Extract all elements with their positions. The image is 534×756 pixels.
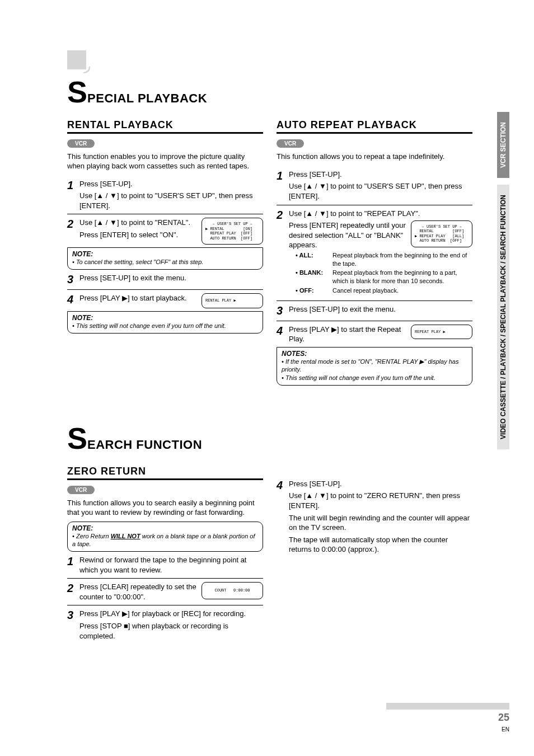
note-box: NOTE: • To cancel the setting, select "O…	[67, 247, 263, 270]
page-corner-icon	[67, 50, 86, 69]
step-number: 3	[67, 273, 79, 286]
step-text: Press [SET-UP].	[289, 479, 472, 489]
note-body: • If the rental mode is set to "ON", "RE…	[282, 358, 467, 374]
step-3: 3 Press [SET-UP] to exit the menu.	[67, 270, 263, 290]
step-text: The unit will begin rewinding and the co…	[289, 513, 472, 533]
chapter-rest: EARCH FUNCTION	[87, 438, 202, 452]
note-text: • Zero Return	[72, 533, 111, 539]
section-intro: This function allows you to repeat a tap…	[277, 152, 472, 162]
chapter-title-special-playback: S PECIAL PLAYBACK	[67, 78, 509, 106]
step-number: 2	[67, 218, 79, 231]
step-number: 4	[67, 293, 79, 306]
osd-screen: – USER'S SET UP – ▶ RENTAL [ON] REPEAT P…	[202, 218, 263, 245]
option-label: • BLANK:	[296, 269, 330, 285]
note-body: • Zero Return WILL NOT work on a blank t…	[72, 532, 258, 548]
step-4: 4 Press [SET-UP]. Use [▲ / ▼] to point t…	[277, 476, 472, 558]
step-text: Press [PLAY ▶] to start the Repeat Play.	[289, 325, 406, 344]
side-tab-breadcrumb: VIDEO CASSETTE / PLAYBACK / SPECIAL PLAY…	[497, 185, 509, 449]
step-text: Press [STOP ■] when playback or recordin…	[79, 621, 263, 641]
step-number: 3	[67, 609, 79, 622]
page-footer: 25 EN	[386, 702, 509, 734]
option-desc: Repeat playback from the beginning to a …	[332, 269, 472, 285]
osd-screen: RENTAL PLAY ▶	[202, 293, 263, 308]
osd-screen: – USER'S SET UP – RENTAL [OFF] ▶ REPEAT …	[411, 220, 472, 247]
step-4: 4 Press [PLAY ▶] to start the Repeat Pla…	[277, 321, 472, 348]
step-text: Press [SET-UP] to exit the menu.	[289, 304, 472, 314]
note-body: • To cancel the setting, select "OFF" at…	[72, 258, 258, 266]
step-text: The tape will automatically stop when th…	[289, 535, 472, 555]
step-number: 1	[277, 170, 289, 182]
section-auto-repeat-playback: AUTO REPEAT PLAYBACK VCR This function a…	[277, 114, 472, 386]
step-number: 2	[277, 209, 289, 222]
step-1: 1 Press [SET-UP]. Use [▲ / ▼] to point t…	[277, 166, 472, 205]
note-text-underline: WILL NOT	[111, 533, 140, 539]
step-number: 4	[277, 479, 289, 492]
section-rental-playback: RENTAL PLAYBACK VCR This function enable…	[67, 114, 263, 386]
osd-screen: COUNT 0:00:00	[202, 582, 263, 599]
step-1: 1 Rewind or forward the tape to the begi…	[67, 552, 263, 579]
option-label: • ALL:	[296, 251, 330, 268]
vcr-pill: VCR	[277, 139, 304, 148]
step-3: 3 Press [SET-UP] to exit the menu.	[277, 301, 472, 321]
step-text: Use [▲ / ▼] to point to "REPEAT PLAY".	[289, 209, 472, 219]
option-list: • ALL:Repeat playback from the beginning…	[289, 251, 472, 295]
step-number: 4	[277, 325, 289, 337]
step-text: Press [ENTER] to select "ON".	[79, 230, 197, 240]
step-text: Press [SET-UP] to exit the menu.	[79, 273, 263, 283]
page-number: 25	[498, 712, 509, 723]
step-1: 1 Press [SET-UP]. Use [▲ / ▼] to point t…	[67, 176, 263, 215]
chapter-rest: PECIAL PLAYBACK	[87, 91, 207, 106]
step-text: Press [SET-UP].	[79, 179, 263, 189]
side-tab-group: VCR SECTION VIDEO CASSETTE / PLAYBACK / …	[497, 112, 509, 456]
note-body: • This setting will not change even if y…	[282, 374, 467, 382]
note-title: NOTES:	[282, 350, 467, 358]
step-4: 4 Press [PLAY ▶] to start playback. RENT…	[67, 290, 263, 311]
vcr-pill: VCR	[67, 486, 95, 494]
step-number: 2	[67, 582, 79, 595]
side-tab-vcr-section: VCR SECTION	[497, 112, 509, 178]
step-number: 3	[277, 304, 289, 317]
step-text: Press [PLAY ▶] for playback or [REC] for…	[79, 609, 263, 619]
step-text: Press [PLAY ▶] to start playback.	[79, 293, 197, 303]
section-intro: This function allows you to search easil…	[67, 499, 263, 518]
chapter-initial: S	[67, 425, 87, 452]
option-label: • OFF:	[296, 287, 330, 295]
note-title: NOTE:	[72, 524, 258, 532]
vcr-pill: VCR	[67, 139, 95, 148]
footer-bar-icon	[386, 703, 509, 710]
chapter-title-search-function: S EARCH FUNCTION	[67, 425, 509, 452]
note-box: NOTE: • Zero Return WILL NOT work on a b…	[67, 522, 263, 552]
step-2: 2 Press [CLEAR] repeatedly to set the co…	[67, 579, 263, 605]
page-lang: EN	[502, 726, 509, 732]
step-text: Use [▲ / ▼] to point to "USER'S SET UP",…	[289, 181, 472, 201]
option-desc: Cancel repeat playback.	[332, 287, 399, 295]
note-box: NOTE: • This setting will not change eve…	[67, 311, 263, 334]
osd-screen: REPEAT PLAY ▶	[411, 325, 472, 339]
chapter-initial: S	[67, 78, 87, 106]
step-2: 2 Use [▲ / ▼] to point to "RENTAL". Pres…	[67, 214, 263, 248]
step-3: 3 Press [PLAY ▶] for playback or [REC] f…	[67, 605, 263, 644]
step-2: 2 Use [▲ / ▼] to point to "REPEAT PLAY".…	[277, 205, 472, 301]
step-text: Use [▲ / ▼] to point to "RENTAL".	[79, 218, 197, 228]
section-intro: This function enables you to improve the…	[67, 152, 263, 171]
step-number: 1	[67, 555, 79, 568]
section-title: AUTO REPEAT PLAYBACK	[277, 119, 472, 134]
step-number: 1	[67, 179, 79, 192]
note-title: NOTE:	[72, 250, 258, 258]
note-title: NOTE:	[72, 314, 258, 322]
step-text: Use [▲ / ▼] to point to "ZERO RETURN", t…	[289, 491, 472, 510]
note-box: NOTES: • If the rental mode is set to "O…	[277, 347, 472, 386]
section-zero-return-continued: 4 Press [SET-UP]. Use [▲ / ▼] to point t…	[277, 460, 472, 644]
section-title: ZERO RETURN	[67, 466, 263, 480]
step-text: Rewind or forward the tape to the beginn…	[79, 555, 263, 575]
step-text: Press [SET-UP].	[289, 170, 472, 180]
option-desc: Repeat playback from the beginning to th…	[332, 251, 472, 268]
section-zero-return: ZERO RETURN VCR This function allows you…	[67, 460, 263, 644]
step-text: Press [ENTER] repeatedly until your desi…	[289, 220, 406, 250]
step-text: Use [▲ / ▼] to point to "USER'S SET UP",…	[79, 191, 263, 210]
step-text: Press [CLEAR] repeatedly to set the coun…	[79, 582, 197, 602]
note-body: • This setting will not change even if y…	[72, 322, 258, 330]
section-title: RENTAL PLAYBACK	[67, 119, 263, 134]
